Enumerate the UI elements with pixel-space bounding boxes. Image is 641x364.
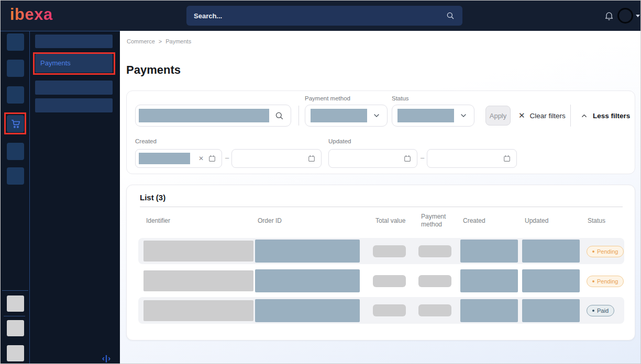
filter-divider [570,105,571,127]
redacted-total-value [373,304,406,316]
redacted-order-id [255,240,360,263]
redacted-order-id [255,269,360,292]
global-search-input[interactable] [194,12,446,20]
filter-divider [299,106,299,126]
redacted-created [460,240,518,263]
sidebar-nav-item[interactable] [7,143,24,160]
status-dot-icon [592,310,594,312]
updated-to-date-input[interactable] [427,149,517,168]
redacted-select-value [311,109,367,122]
breadcrumb: Commerce > Payments [127,38,191,44]
primary-sidebar [1,31,30,364]
less-filters-button[interactable]: Less filters [580,106,630,126]
calendar-icon[interactable] [307,154,316,163]
chevron-down-icon [459,111,468,120]
column-header-status: Status [585,217,624,225]
top-bar: ibexa [1,1,641,31]
sidebar-nav-item[interactable] [7,167,24,185]
calendar-icon[interactable] [403,154,412,163]
sidebar-divider [2,290,28,291]
menu-item-payments[interactable]: Payments [35,54,113,73]
list-title: List (3) [140,193,165,202]
breadcrumb-item-commerce[interactable]: Commerce [127,38,155,44]
payment-method-label: Payment method [305,95,350,101]
column-header-total-value: Total value [373,217,418,225]
redacted-order-id [255,299,360,322]
menu-item[interactable] [35,35,113,48]
status-dot-icon [592,251,594,253]
sidebar-nav-item-commerce[interactable] [7,115,24,132]
created-label: Created [135,138,157,144]
updated-label: Updated [328,138,351,144]
table-row[interactable]: Pending [138,238,624,264]
table-row[interactable]: Paid [138,297,624,324]
redacted-identifier [143,241,253,261]
payment-method-select[interactable] [305,105,388,127]
search-icon[interactable] [274,111,284,121]
search-icon [446,11,455,20]
status-badge: Pending [587,246,624,257]
redacted-payment-method [418,245,451,257]
chevron-down-icon[interactable] [636,15,640,17]
redacted-updated [522,269,580,292]
column-header-created: Created [460,217,522,225]
app-window: ibexa [0,0,641,364]
main-content: Commerce > Payments Payments Payment met… [120,31,641,364]
redacted-updated [522,299,580,322]
clear-date-icon[interactable]: ✕ [198,155,204,162]
sidebar-nav-item[interactable] [7,320,24,336]
filter-panel: Payment method Status Apply [126,90,635,174]
redacted-identifier [143,300,253,321]
clear-filters-label: Clear filters [530,112,566,120]
less-filters-label: Less filters [593,112,630,120]
clear-filters-button[interactable]: ✕ Clear filters [518,106,566,126]
redacted-payment-method [418,304,451,316]
close-icon: ✕ [518,111,525,120]
menu-item[interactable] [35,98,113,112]
user-avatar[interactable] [617,8,633,24]
sidebar-nav-item[interactable] [7,295,24,312]
column-header-identifier: Identifier [143,217,255,225]
redacted-created [460,269,518,292]
global-search[interactable] [186,6,462,26]
created-from-date-input[interactable]: ✕ [135,149,222,168]
ibexa-logo[interactable]: ibexa [10,5,53,24]
cart-icon [10,118,21,130]
redacted-updated [522,240,580,263]
redacted-search-value [139,109,269,122]
sidebar-nav-item[interactable] [7,86,24,104]
list-divider [140,207,623,207]
sidebar-collapse-icon[interactable]: ‹|› [102,354,111,362]
menu-item[interactable] [35,81,113,95]
payments-list-panel: List (3) Identifier Order ID Total value… [126,185,635,340]
sidebar-nav-item[interactable] [7,345,24,361]
redacted-identifier [143,270,253,291]
redacted-date-value [139,153,190,164]
secondary-sidebar: Payments ‹|› [30,31,120,364]
breadcrumb-item-payments[interactable]: Payments [165,38,191,44]
table-header-row: Identifier Order ID Total value Payment … [138,211,624,230]
filter-search-input[interactable] [135,105,291,127]
calendar-icon[interactable] [208,154,216,163]
bell-icon[interactable] [604,10,614,21]
range-separator: – [225,154,229,162]
column-header-payment-method: Payment method [418,213,460,229]
table-row[interactable]: Pending [138,268,624,294]
apply-button[interactable]: Apply [485,106,511,126]
sidebar-divider [4,316,25,316]
redacted-total-value [373,245,406,257]
calendar-icon[interactable] [503,154,511,163]
updated-from-date-input[interactable] [328,149,417,168]
status-badge: Pending [587,276,624,287]
redacted-created [460,299,518,322]
status-label: Status [392,95,409,101]
page-title: Payments [126,63,181,77]
chevron-down-icon [372,111,381,120]
column-header-updated: Updated [522,217,585,225]
sidebar-nav-item[interactable] [7,33,24,51]
sidebar-nav-item[interactable] [7,60,24,77]
range-separator: – [421,154,424,162]
status-select[interactable] [392,105,474,127]
redacted-select-value [397,109,454,122]
created-to-date-input[interactable] [231,149,322,168]
